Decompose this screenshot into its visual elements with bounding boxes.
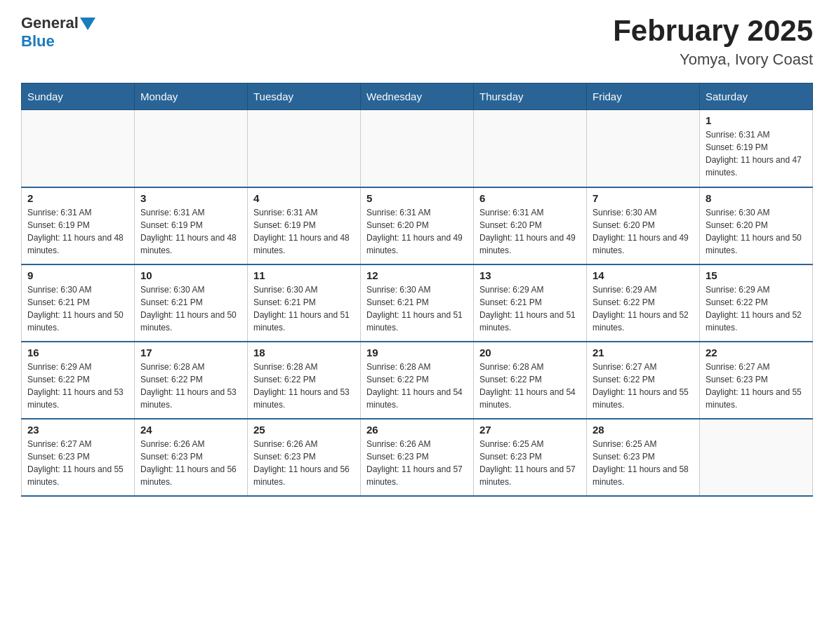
- day-cell-6: 6Sunrise: 6:31 AMSunset: 6:20 PMDaylight…: [474, 187, 587, 264]
- day-info: Sunrise: 6:30 AMSunset: 6:21 PMDaylight:…: [140, 283, 241, 334]
- day-cell-14: 14Sunrise: 6:29 AMSunset: 6:22 PMDayligh…: [587, 264, 700, 342]
- weekday-header-tuesday: Tuesday: [248, 83, 361, 110]
- day-cell-1: 1Sunrise: 6:31 AMSunset: 6:19 PMDaylight…: [700, 110, 813, 187]
- day-cell-9: 9Sunrise: 6:30 AMSunset: 6:21 PMDaylight…: [22, 264, 135, 342]
- day-number: 16: [27, 347, 128, 358]
- day-cell-10: 10Sunrise: 6:30 AMSunset: 6:21 PMDayligh…: [135, 264, 248, 342]
- empty-cell: [700, 419, 813, 496]
- day-cell-3: 3Sunrise: 6:31 AMSunset: 6:19 PMDaylight…: [135, 187, 248, 264]
- empty-cell: [474, 110, 587, 187]
- day-cell-11: 11Sunrise: 6:30 AMSunset: 6:21 PMDayligh…: [248, 264, 361, 342]
- day-number: 21: [593, 347, 694, 358]
- day-number: 1: [706, 114, 807, 126]
- day-number: 27: [479, 424, 581, 436]
- weekday-header-row: SundayMondayTuesdayWednesdayThursdayFrid…: [22, 83, 813, 110]
- day-number: 4: [253, 192, 355, 204]
- weekday-header-friday: Friday: [587, 83, 700, 110]
- weekday-header-wednesday: Wednesday: [361, 83, 474, 110]
- day-number: 19: [366, 347, 468, 358]
- empty-cell: [248, 110, 361, 187]
- day-number: 14: [593, 269, 694, 281]
- day-number: 17: [140, 347, 241, 358]
- calendar-table: SundayMondayTuesdayWednesdayThursdayFrid…: [21, 83, 813, 497]
- day-cell-20: 20Sunrise: 6:28 AMSunset: 6:22 PMDayligh…: [474, 342, 587, 419]
- day-info: Sunrise: 6:31 AMSunset: 6:19 PMDaylight:…: [27, 206, 128, 257]
- day-info: Sunrise: 6:30 AMSunset: 6:21 PMDaylight:…: [366, 283, 468, 334]
- day-info: Sunrise: 6:29 AMSunset: 6:21 PMDaylight:…: [479, 283, 581, 334]
- day-number: 24: [140, 424, 241, 436]
- logo-arrow-icon: [80, 18, 95, 30]
- weekday-header-sunday: Sunday: [22, 83, 135, 110]
- day-info: Sunrise: 6:31 AMSunset: 6:20 PMDaylight:…: [479, 206, 581, 257]
- day-number: 5: [366, 192, 468, 204]
- day-info: Sunrise: 6:31 AMSunset: 6:20 PMDaylight:…: [366, 206, 468, 257]
- day-info: Sunrise: 6:28 AMSunset: 6:22 PMDaylight:…: [366, 361, 468, 411]
- week-row-5: 23Sunrise: 6:27 AMSunset: 6:23 PMDayligh…: [22, 419, 813, 496]
- day-info: Sunrise: 6:28 AMSunset: 6:22 PMDaylight:…: [140, 361, 241, 411]
- title-section: February 2025 Yomya, Ivory Coast: [613, 14, 813, 69]
- empty-cell: [22, 110, 135, 187]
- day-number: 11: [253, 269, 355, 281]
- day-info: Sunrise: 6:30 AMSunset: 6:20 PMDaylight:…: [593, 206, 694, 257]
- day-number: 8: [706, 192, 807, 204]
- day-cell-27: 27Sunrise: 6:25 AMSunset: 6:23 PMDayligh…: [474, 419, 587, 496]
- day-cell-15: 15Sunrise: 6:29 AMSunset: 6:22 PMDayligh…: [700, 264, 813, 342]
- day-number: 22: [706, 347, 807, 358]
- weekday-header-monday: Monday: [135, 83, 248, 110]
- day-cell-5: 5Sunrise: 6:31 AMSunset: 6:20 PMDaylight…: [361, 187, 474, 264]
- day-number: 26: [366, 424, 468, 436]
- day-cell-22: 22Sunrise: 6:27 AMSunset: 6:23 PMDayligh…: [700, 342, 813, 419]
- day-info: Sunrise: 6:26 AMSunset: 6:23 PMDaylight:…: [140, 438, 241, 488]
- day-info: Sunrise: 6:29 AMSunset: 6:22 PMDaylight:…: [27, 361, 128, 411]
- day-number: 12: [366, 269, 468, 281]
- day-cell-8: 8Sunrise: 6:30 AMSunset: 6:20 PMDaylight…: [700, 187, 813, 264]
- day-number: 23: [27, 424, 128, 436]
- weekday-header-thursday: Thursday: [474, 83, 587, 110]
- day-cell-13: 13Sunrise: 6:29 AMSunset: 6:21 PMDayligh…: [474, 264, 587, 342]
- empty-cell: [135, 110, 248, 187]
- day-cell-21: 21Sunrise: 6:27 AMSunset: 6:22 PMDayligh…: [587, 342, 700, 419]
- week-row-2: 2Sunrise: 6:31 AMSunset: 6:19 PMDaylight…: [22, 187, 813, 264]
- day-info: Sunrise: 6:30 AMSunset: 6:20 PMDaylight:…: [706, 206, 807, 257]
- day-info: Sunrise: 6:31 AMSunset: 6:19 PMDaylight:…: [253, 206, 355, 257]
- day-cell-16: 16Sunrise: 6:29 AMSunset: 6:22 PMDayligh…: [22, 342, 135, 419]
- location-title: Yomya, Ivory Coast: [613, 51, 813, 69]
- day-number: 7: [593, 192, 694, 204]
- day-number: 13: [479, 269, 581, 281]
- day-info: Sunrise: 6:25 AMSunset: 6:23 PMDaylight:…: [479, 438, 581, 488]
- day-number: 28: [593, 424, 694, 436]
- day-number: 2: [27, 192, 128, 204]
- day-number: 18: [253, 347, 355, 358]
- day-cell-28: 28Sunrise: 6:25 AMSunset: 6:23 PMDayligh…: [587, 419, 700, 496]
- day-info: Sunrise: 6:26 AMSunset: 6:23 PMDaylight:…: [253, 438, 355, 488]
- empty-cell: [361, 110, 474, 187]
- day-info: Sunrise: 6:31 AMSunset: 6:19 PMDaylight:…: [140, 206, 241, 257]
- day-number: 20: [479, 347, 581, 358]
- day-number: 10: [140, 269, 241, 281]
- day-cell-19: 19Sunrise: 6:28 AMSunset: 6:22 PMDayligh…: [361, 342, 474, 419]
- week-row-3: 9Sunrise: 6:30 AMSunset: 6:21 PMDaylight…: [22, 264, 813, 342]
- day-info: Sunrise: 6:30 AMSunset: 6:21 PMDaylight:…: [253, 283, 355, 334]
- logo-blue-text: Blue: [21, 32, 95, 51]
- day-cell-17: 17Sunrise: 6:28 AMSunset: 6:22 PMDayligh…: [135, 342, 248, 419]
- day-info: Sunrise: 6:27 AMSunset: 6:23 PMDaylight:…: [706, 361, 807, 411]
- week-row-4: 16Sunrise: 6:29 AMSunset: 6:22 PMDayligh…: [22, 342, 813, 419]
- day-number: 9: [27, 269, 128, 281]
- day-info: Sunrise: 6:29 AMSunset: 6:22 PMDaylight:…: [706, 283, 807, 334]
- day-cell-4: 4Sunrise: 6:31 AMSunset: 6:19 PMDaylight…: [248, 187, 361, 264]
- day-cell-2: 2Sunrise: 6:31 AMSunset: 6:19 PMDaylight…: [22, 187, 135, 264]
- day-info: Sunrise: 6:26 AMSunset: 6:23 PMDaylight:…: [366, 438, 468, 488]
- svg-marker-0: [80, 18, 95, 30]
- empty-cell: [587, 110, 700, 187]
- day-number: 3: [140, 192, 241, 204]
- day-number: 15: [706, 269, 807, 281]
- day-info: Sunrise: 6:27 AMSunset: 6:22 PMDaylight:…: [593, 361, 694, 411]
- page-header: General Blue February 2025 Yomya, Ivory …: [21, 14, 813, 69]
- day-number: 25: [253, 424, 355, 436]
- day-info: Sunrise: 6:30 AMSunset: 6:21 PMDaylight:…: [27, 283, 128, 334]
- day-cell-26: 26Sunrise: 6:26 AMSunset: 6:23 PMDayligh…: [361, 419, 474, 496]
- day-info: Sunrise: 6:29 AMSunset: 6:22 PMDaylight:…: [593, 283, 694, 334]
- day-cell-7: 7Sunrise: 6:30 AMSunset: 6:20 PMDaylight…: [587, 187, 700, 264]
- week-row-1: 1Sunrise: 6:31 AMSunset: 6:19 PMDaylight…: [22, 110, 813, 187]
- day-cell-25: 25Sunrise: 6:26 AMSunset: 6:23 PMDayligh…: [248, 419, 361, 496]
